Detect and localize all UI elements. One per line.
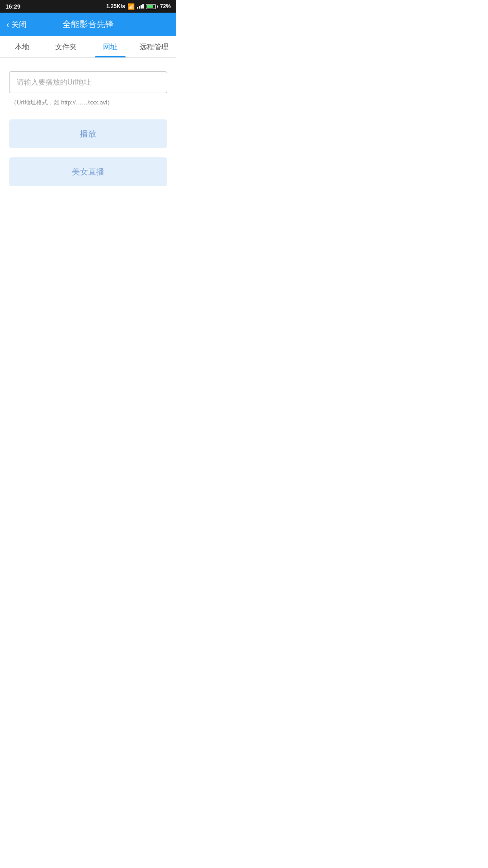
main-content: （Url地址格式，如 http://……/xxx.avi） 播放 美女直播 [0,58,176,204]
battery-percent: 72% [160,3,171,9]
battery-icon [146,4,158,9]
time-display: 16:29 [5,3,20,10]
tab-local[interactable]: 本地 [0,36,44,57]
status-time: 16:29 [5,3,20,10]
live-button[interactable]: 美女直播 [9,157,167,186]
back-label: 关闭 [11,19,27,30]
tab-url[interactable]: 网址 [88,36,132,57]
signal-icon [137,4,144,9]
url-input-wrapper[interactable] [9,71,167,93]
toolbar-title: 全能影音先锋 [38,19,138,30]
play-button[interactable]: 播放 [9,119,167,148]
back-chevron-icon: ‹ [6,20,9,29]
tab-remote[interactable]: 远程管理 [132,36,177,57]
toolbar: ‹ 关闭 全能影音先锋 [0,13,176,36]
url-input[interactable] [17,78,160,86]
status-icons: 1.25K/s 📶 72% [106,3,171,10]
status-bar: 16:29 1.25K/s 📶 72% [0,0,176,13]
tab-folder[interactable]: 文件夹 [44,36,89,57]
tab-bar: 本地 文件夹 网址 远程管理 [0,36,176,58]
wifi-icon: 📶 [127,3,135,10]
url-hint: （Url地址格式，如 http://……/xxx.avi） [9,99,167,107]
network-speed: 1.25K/s [106,3,125,9]
back-button[interactable]: ‹ 关闭 [6,19,38,30]
